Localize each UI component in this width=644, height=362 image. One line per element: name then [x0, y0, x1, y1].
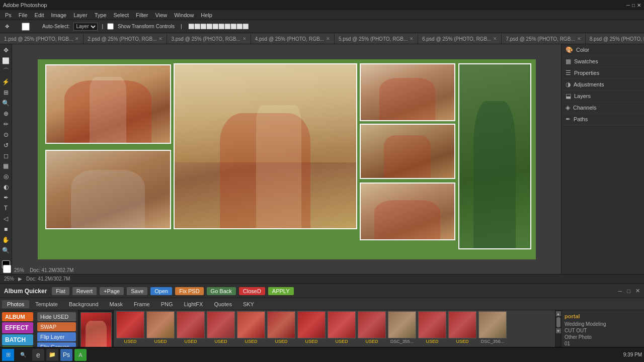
auto-select-checkbox[interactable]	[13, 23, 38, 31]
menu-view[interactable]: View	[152, 11, 171, 19]
thumb-13[interactable]: DSC_356...	[478, 311, 507, 344]
tab-1-close[interactable]: ✕	[75, 36, 79, 41]
zoom-tool[interactable]: 🔍	[1, 245, 11, 255]
thumb-6[interactable]: USED	[267, 311, 296, 344]
fixpsd-button[interactable]: Fix PSD	[175, 287, 203, 295]
menu-file[interactable]: File	[16, 11, 31, 19]
panel-layers[interactable]: ⬓ Layers	[561, 90, 644, 102]
batch-button[interactable]: BATCH	[2, 334, 33, 345]
text-tool[interactable]: T	[1, 203, 11, 213]
panel-swatches[interactable]: ▦ Swatches	[561, 56, 644, 67]
open-button[interactable]: Open	[150, 287, 172, 295]
tab-2-close[interactable]: ✕	[158, 36, 163, 41]
start-button[interactable]: ⊞	[2, 349, 14, 361]
thumb-3[interactable]: USED	[176, 311, 205, 344]
tab-4[interactable]: 4.psd @ 25% (PHOTO, RGB... ✕	[251, 34, 335, 44]
gradient-tool[interactable]: ▦	[1, 161, 11, 171]
album-button[interactable]: ALBUM	[2, 312, 33, 321]
btab-sky[interactable]: SKY	[238, 300, 259, 308]
scroll-up[interactable]: ▲	[556, 311, 561, 316]
photo-frame-5[interactable]	[360, 124, 455, 179]
eyedropper-tool[interactable]: 🔍	[1, 98, 11, 108]
menu-ps[interactable]: Ps	[2, 11, 15, 19]
taskbar-app2[interactable]: A	[74, 349, 87, 361]
brush-tool[interactable]: ✏	[1, 119, 11, 129]
btab-mask[interactable]: Mask	[105, 300, 128, 308]
hand-tool[interactable]: ✋	[1, 235, 11, 245]
page-button[interactable]: +Page	[100, 287, 124, 295]
save-button[interactable]: Save	[127, 287, 147, 295]
flat-button[interactable]: Flat	[52, 287, 69, 295]
lasso-tool[interactable]: ⌒	[1, 66, 11, 76]
menu-filter[interactable]: Filter	[133, 11, 151, 19]
hide-used-button[interactable]: Hide USED	[37, 312, 76, 321]
closed-button[interactable]: CloseD	[239, 287, 265, 295]
heal-tool[interactable]: ⊕	[1, 109, 11, 119]
menu-image[interactable]: Image	[48, 11, 70, 19]
menu-select[interactable]: Select	[111, 11, 132, 19]
flip-layer-button[interactable]: Flip Layer	[37, 332, 76, 341]
revert-button[interactable]: Revert	[72, 287, 97, 295]
close-btn[interactable]: ✕	[637, 3, 641, 8]
btab-photos[interactable]: Photos	[2, 300, 29, 308]
tab-5-close[interactable]: ✕	[410, 36, 414, 41]
tab-6-close[interactable]: ✕	[493, 36, 497, 41]
tab-2[interactable]: 2.psd @ 25% (PHOTO, RGB... ✕	[84, 34, 167, 44]
menu-help[interactable]: Help	[198, 11, 215, 19]
thumb-12[interactable]: USED	[448, 311, 477, 344]
bottom-restore[interactable]: □	[627, 288, 630, 294]
thumb-9[interactable]: USED	[357, 311, 386, 344]
panel-color[interactable]: 🎨 Color	[561, 44, 644, 56]
goback-button[interactable]: Go Back	[207, 287, 236, 295]
btab-png[interactable]: PNG	[156, 300, 178, 308]
auto-select-dropdown[interactable]: Layer	[73, 23, 98, 31]
restore-btn[interactable]: □	[632, 3, 635, 8]
move-tool[interactable]: ✥	[1, 45, 11, 55]
taskbar-ps[interactable]: Ps	[60, 349, 72, 361]
menu-window[interactable]: Window	[171, 11, 197, 19]
menu-layer[interactable]: Layer	[70, 11, 91, 19]
marquee-tool[interactable]: ⬜	[1, 56, 11, 66]
tab-5[interactable]: 5.psd @ 25% (PHOTO, RGB... ✕	[335, 34, 418, 44]
effect-button[interactable]: EFFECT	[2, 322, 33, 333]
photo-frame-2[interactable]	[45, 150, 171, 229]
apply-button[interactable]: APPLY	[268, 287, 294, 295]
tab-4-close[interactable]: ✕	[326, 36, 330, 41]
thumb-5[interactable]: USED	[236, 311, 266, 344]
tab-8[interactable]: 8.psd @ 25% (PHOTO, RGB... ✕	[586, 34, 644, 44]
photo-frame-1[interactable]	[45, 64, 171, 144]
thumb-8[interactable]: USED	[327, 311, 356, 344]
thumb-2[interactable]: USED	[146, 311, 175, 344]
eraser-tool[interactable]: ◻	[1, 151, 11, 161]
scroll-thumb[interactable]	[556, 317, 560, 327]
swap-button[interactable]: SWAP	[37, 322, 76, 331]
path-select-tool[interactable]: ◁	[1, 214, 11, 224]
thumb-1[interactable]: USED	[116, 311, 145, 344]
scroll-down[interactable]: ▼	[556, 328, 561, 333]
dodge-tool[interactable]: ◐	[1, 182, 11, 192]
photo-frame-4[interactable]	[360, 63, 455, 121]
background-color[interactable]	[3, 265, 11, 273]
minimize-btn[interactable]: ─	[626, 3, 630, 8]
panel-paths[interactable]: ✒ Paths	[561, 114, 644, 125]
transform-controls-checkbox[interactable]	[107, 23, 114, 30]
taskbar-search[interactable]: 🔍	[16, 351, 30, 358]
photo-frame-7[interactable]	[458, 63, 531, 249]
tab-7[interactable]: 7.psd @ 25% (PHOTO, RGB... ✕	[502, 34, 585, 44]
panel-properties[interactable]: ☰ Properties	[561, 67, 644, 79]
panel-adjustments[interactable]: ◑ Adjustments	[561, 79, 644, 90]
photo-frame-3[interactable]	[174, 63, 357, 229]
thumb-10[interactable]: DSC_355...	[387, 311, 417, 344]
history-brush[interactable]: ↺	[1, 140, 11, 150]
clone-tool[interactable]: ⊙	[1, 130, 11, 140]
bottom-minimize[interactable]: ─	[618, 288, 622, 294]
tab-1[interactable]: 1.psd @ 25% (PHOTO, RGB... ✕	[0, 34, 84, 44]
btab-background[interactable]: Background	[64, 300, 104, 308]
btab-template[interactable]: Template	[30, 300, 63, 308]
quick-select-tool[interactable]: ⚡	[1, 77, 11, 87]
photo-frame-6[interactable]	[360, 183, 455, 240]
crop-tool[interactable]: ⊞	[1, 87, 11, 98]
btab-lightfx[interactable]: LightFX	[179, 300, 208, 308]
tab-7-close[interactable]: ✕	[577, 36, 581, 41]
tab-3-close[interactable]: ✕	[243, 36, 247, 41]
